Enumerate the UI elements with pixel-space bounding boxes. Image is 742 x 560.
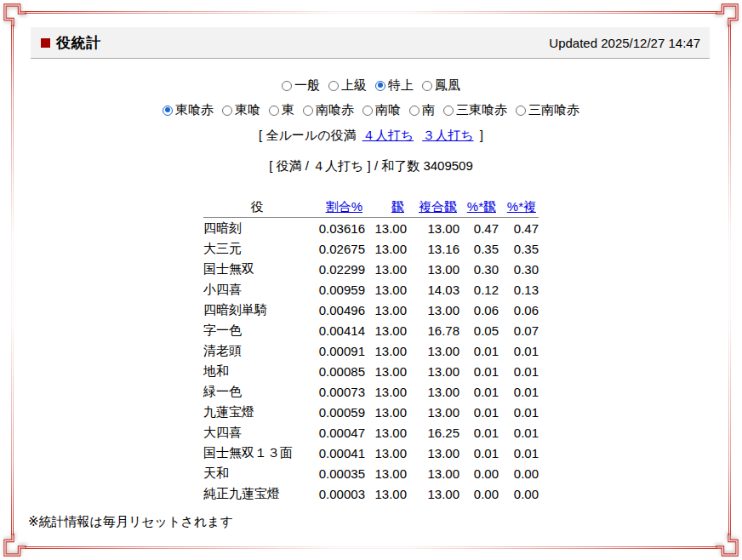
col-header: 複合飜 [407,197,459,218]
value-cell: 13.00 [365,483,407,504]
radio-icon[interactable] [422,81,432,91]
value-cell: 0.47 [459,218,499,239]
radio-south-call[interactable]: 南喰 [362,102,401,118]
value-cell: 13.00 [365,259,407,279]
radio-label: 南 [422,102,435,118]
value-cell: 13.00 [365,361,407,381]
frame-corner-ornament-icon [716,1,741,26]
col-sort-link[interactable]: %*飜 [467,199,496,214]
radio-south-call-red[interactable]: 南喰赤 [303,102,354,118]
link-4-player[interactable]: ４人打ち [362,128,414,142]
value-cell: 0.01 [499,443,539,463]
radio-special-upper[interactable]: 特上 [375,77,414,94]
title-bullet-icon [41,38,50,48]
radio-selected-icon[interactable] [163,106,173,116]
col-header: %*飜 [459,197,499,218]
radio-icon[interactable] [362,106,373,116]
value-cell: 13.00 [365,279,407,300]
value-cell: 0.30 [499,259,539,279]
radio-icon[interactable] [269,106,279,116]
yaku-name-cell: 四暗刻単騎 [203,300,311,320]
value-cell: 13.00 [365,463,407,483]
radio-icon[interactable] [328,81,339,91]
value-cell: 0.00035 [311,463,365,483]
radio-label: 南喰赤 [316,102,354,118]
radio-south[interactable]: 南 [409,102,435,118]
value-cell: 13.16 [407,238,459,259]
value-cell: 0.00085 [311,361,365,381]
table-row: 純正九蓮宝燈0.0000313.0013.000.000.00 [203,483,539,504]
col-header: 飜 [365,197,407,218]
yaku-name-cell: 国士無双１３面 [203,443,311,463]
radio-icon[interactable] [516,106,526,116]
radio-label: 特上 [388,77,414,94]
table-row: 国士無双0.0229913.0013.000.300.30 [203,259,539,279]
radio-label: 東喰 [235,102,260,118]
value-cell: 13.00 [407,483,459,504]
table-row: 大四喜0.0004713.0016.250.010.01 [203,422,539,443]
radio-east[interactable]: 東 [269,102,294,118]
table-row: 天和0.0003513.0013.000.000.00 [203,463,539,483]
frame-line-left [11,25,14,535]
value-cell: 0.01 [459,443,499,463]
value-cell: 0.00414 [311,320,365,340]
value-cell: 13.00 [365,340,407,361]
col-sort-link[interactable]: 飜 [391,199,404,214]
radio-icon[interactable] [443,106,454,116]
frame-line-top [25,11,717,14]
radio-icon[interactable] [282,81,292,91]
value-cell: 0.00091 [311,340,365,361]
value-cell: 13.00 [407,463,459,483]
col-sort-link[interactable]: %*複 [507,199,536,214]
table-row: 字一色0.0041413.0016.780.050.07 [203,320,539,340]
radio-label: 上級 [341,77,367,94]
radio-icon[interactable] [222,106,232,116]
value-cell: 0.05 [459,320,499,340]
table-row: 国士無双１３面0.0004113.0013.000.010.01 [203,443,539,463]
value-cell: 13.00 [407,300,459,320]
radio-icon[interactable] [409,106,420,116]
value-cell: 0.02299 [311,259,365,279]
table-header-row: 役割合%飜複合飜%*飜%*複 [203,197,539,218]
col-sort-link[interactable]: 割合% [326,199,362,214]
radio-label: 三南喰赤 [528,102,579,118]
value-cell: 13.00 [365,218,407,239]
radio-east-call-red[interactable]: 東喰赤 [163,102,214,118]
radio-icon[interactable] [303,106,313,116]
title-wrap: 役統計 [41,33,101,53]
value-cell: 0.01 [499,422,539,443]
level-radio-group: 一般上級特上鳳凰 [17,59,725,94]
value-cell: 0.00 [459,463,499,483]
frame-corner-ornament-icon [1,534,26,559]
yaku-name-cell: 小四喜 [203,279,311,300]
radio-selected-icon[interactable] [375,81,385,91]
footnote: ※統計情報は毎月リセットされます [28,514,233,530]
radio-upper[interactable]: 上級 [328,77,367,94]
yaku-name-cell: 九蓮宝燈 [203,402,311,422]
value-cell: 0.06 [459,300,499,320]
col-sort-link[interactable]: 複合飜 [419,199,457,214]
yaku-name-cell: 緑一色 [203,381,311,402]
radio-label: 鳳凰 [435,77,460,94]
radio-general[interactable]: 一般 [282,77,320,94]
value-cell: 0.01 [459,422,499,443]
yaku-name-cell: 四暗刻 [203,218,311,239]
yaku-name-cell: 大三元 [203,238,311,259]
radio-label: 東 [282,102,294,118]
yaku-name-cell: 清老頭 [203,340,311,361]
rule-radio-group: 東喰赤東喰東南喰赤南喰南三東喰赤三南喰赤 [17,102,725,118]
radio-east-call[interactable]: 東喰 [222,102,260,118]
frame-line-right [728,25,732,535]
header-bar: 役統計 Updated 2025/12/27 14:47 [31,27,710,59]
radio-3p-east-call-red[interactable]: 三東喰赤 [443,102,507,118]
radio-3p-south-call-red[interactable]: 三南喰赤 [516,102,579,118]
subtitle: [ 役満 / ４人打ち ] / 和了数 3409509 [17,158,725,174]
yaku-name-cell: 天和 [203,463,311,483]
yaku-name-cell: 純正九蓮宝燈 [203,483,311,504]
value-cell: 13.00 [407,218,459,239]
radio-phoenix[interactable]: 鳳凰 [422,77,460,94]
value-cell: 16.25 [407,422,459,443]
col-header: 割合% [311,197,365,218]
link-3-player[interactable]: ３人打ち [422,128,473,142]
value-cell: 13.00 [365,422,407,443]
